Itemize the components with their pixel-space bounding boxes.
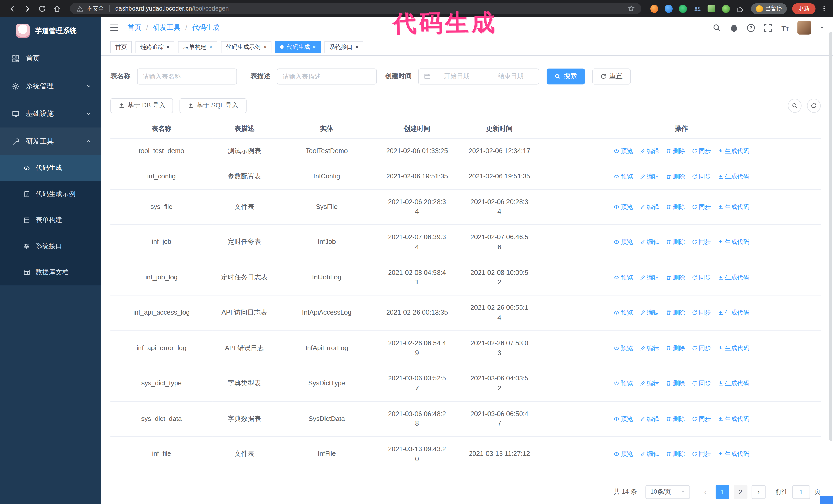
sync-action[interactable]: 同步 [691, 308, 711, 317]
sidebar-item-devtools[interactable]: 研发工具 [0, 127, 101, 155]
sync-action[interactable]: 同步 [691, 414, 711, 424]
extension-icon-5[interactable] [705, 2, 718, 15]
next-page-button[interactable]: › [752, 485, 766, 499]
back-button[interactable] [5, 2, 19, 16]
extension-icon-4[interactable] [690, 2, 704, 15]
prev-page-button[interactable]: ‹ [700, 485, 712, 499]
generate-code-action[interactable]: 生成代码 [717, 379, 749, 388]
avatar-caret-down-icon[interactable] [819, 25, 825, 30]
tab-codegen-example[interactable]: 代码生成示例× [221, 41, 272, 53]
close-icon[interactable]: × [312, 44, 316, 50]
import-sql-button[interactable]: 基于 SQL 导入 [180, 98, 246, 113]
tab-tracing[interactable]: 链路追踪× [136, 41, 174, 53]
sidebar-item-db-doc[interactable]: 数据库文档 [0, 259, 101, 285]
sync-action[interactable]: 同步 [691, 273, 711, 282]
tab-form-builder[interactable]: 表单构建× [178, 41, 217, 53]
edit-action[interactable]: 编辑 [639, 202, 659, 212]
sync-action[interactable]: 同步 [691, 147, 711, 156]
reload-button[interactable] [35, 2, 49, 16]
sidebar-item-home[interactable]: 首页 [0, 45, 101, 72]
app-logo[interactable]: 芋道管理系统 [0, 17, 101, 45]
delete-action[interactable]: 删除 [665, 273, 685, 282]
breadcrumb-home[interactable]: 首页 [127, 23, 141, 32]
delete-action[interactable]: 删除 [665, 414, 685, 424]
close-icon[interactable]: × [166, 44, 170, 50]
delete-action[interactable]: 删除 [665, 379, 685, 388]
delete-action[interactable]: 删除 [665, 172, 685, 181]
preview-action[interactable]: 预览 [613, 379, 633, 388]
table-desc-input[interactable] [277, 68, 377, 84]
sync-action[interactable]: 同步 [691, 343, 711, 353]
fullscreen-icon[interactable] [763, 23, 772, 32]
sidebar-item-form-builder[interactable]: 表单构建 [0, 207, 101, 233]
generate-code-action[interactable]: 生成代码 [717, 238, 749, 247]
generate-code-action[interactable]: 生成代码 [717, 273, 749, 282]
edit-action[interactable]: 编辑 [639, 450, 659, 459]
generate-code-action[interactable]: 生成代码 [717, 414, 749, 424]
extension-icon-2[interactable] [662, 2, 675, 15]
edit-action[interactable]: 编辑 [639, 414, 659, 424]
preview-action[interactable]: 预览 [613, 238, 633, 247]
preview-action[interactable]: 预览 [613, 273, 633, 282]
tab-home[interactable]: 首页 [111, 41, 132, 53]
sync-action[interactable]: 同步 [691, 172, 711, 181]
sidebar-item-codegen-example[interactable]: 代码生成示例 [0, 181, 101, 208]
sidebar-item-system-api[interactable]: 系统接口 [0, 233, 101, 259]
extension-icon-3[interactable] [676, 2, 689, 15]
preview-action[interactable]: 预览 [613, 414, 633, 424]
preview-action[interactable]: 预览 [613, 308, 633, 317]
page-button-1[interactable]: 1 [716, 485, 730, 499]
preview-action[interactable]: 预览 [613, 202, 633, 212]
preview-action[interactable]: 预览 [613, 343, 633, 353]
delete-action[interactable]: 删除 [665, 238, 685, 247]
extension-icon-1[interactable] [647, 2, 661, 15]
edit-action[interactable]: 编辑 [639, 308, 659, 317]
bookmark-star-icon[interactable] [627, 5, 635, 12]
delete-action[interactable]: 删除 [665, 147, 685, 156]
goto-page-input[interactable] [792, 485, 810, 499]
close-icon[interactable]: × [209, 44, 212, 50]
search-button[interactable]: 搜索 [547, 68, 585, 84]
user-avatar[interactable] [798, 21, 811, 35]
sidebar-item-infra[interactable]: 基础设施 [0, 100, 101, 128]
sidebar-item-codegen[interactable]: 代码生成 [0, 155, 101, 181]
extension-icon-6[interactable] [719, 2, 732, 15]
edit-action[interactable]: 编辑 [639, 238, 659, 247]
paused-badge[interactable]: 已暂停 [751, 3, 787, 14]
edit-action[interactable]: 编辑 [639, 147, 659, 156]
browser-menu-icon[interactable] [820, 5, 828, 12]
tab-system-api[interactable]: 系统接口× [325, 41, 363, 53]
edit-action[interactable]: 编辑 [639, 379, 659, 388]
breadcrumb-devtools[interactable]: 研发工具 [153, 23, 181, 32]
sync-action[interactable]: 同步 [691, 379, 711, 388]
delete-action[interactable]: 删除 [665, 343, 685, 353]
generate-code-action[interactable]: 生成代码 [717, 308, 749, 317]
sidebar-item-system[interactable]: 系统管理 [0, 72, 101, 100]
generate-code-action[interactable]: 生成代码 [717, 343, 749, 353]
tab-codegen[interactable]: 代码生成× [275, 41, 320, 53]
search-icon[interactable] [712, 23, 721, 32]
edit-action[interactable]: 编辑 [639, 343, 659, 353]
table-name-input[interactable] [137, 68, 237, 84]
edit-action[interactable]: 编辑 [639, 273, 659, 282]
preview-action[interactable]: 预览 [613, 147, 633, 156]
page-size-select[interactable]: 10条/页 [645, 485, 690, 499]
github-icon[interactable] [730, 23, 738, 32]
font-size-icon[interactable]: TT [781, 23, 789, 32]
close-icon[interactable]: × [263, 44, 267, 50]
scrollbar-thumb[interactable] [829, 32, 832, 441]
toggle-search-button[interactable] [788, 98, 802, 112]
generate-code-action[interactable]: 生成代码 [717, 450, 749, 459]
sync-action[interactable]: 同步 [691, 450, 711, 459]
generate-code-action[interactable]: 生成代码 [717, 202, 749, 212]
close-icon[interactable]: × [355, 44, 359, 50]
refresh-table-button[interactable] [807, 98, 821, 112]
edit-action[interactable]: 编辑 [639, 172, 659, 181]
sync-action[interactable]: 同步 [691, 238, 711, 247]
browser-update-button[interactable]: 更新 [792, 3, 815, 14]
import-db-button[interactable]: 基于 DB 导入 [111, 98, 173, 113]
preview-action[interactable]: 预览 [613, 450, 633, 459]
reset-button[interactable]: 重置 [592, 68, 630, 84]
preview-action[interactable]: 预览 [613, 172, 633, 181]
home-button[interactable] [50, 2, 64, 16]
